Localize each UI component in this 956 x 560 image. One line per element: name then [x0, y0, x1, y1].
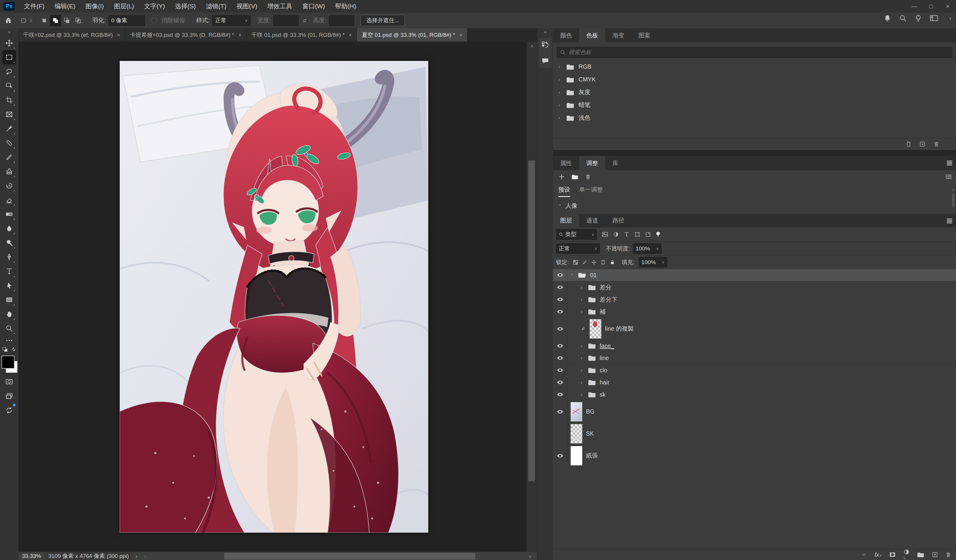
portrait-section-header[interactable]: › 人像 [553, 197, 956, 213]
scroll-up-icon[interactable]: ∧ [952, 188, 954, 192]
quick-mask-mode-button[interactable] [2, 374, 16, 389]
maximize-button[interactable]: □ [923, 0, 939, 13]
chevron-right-icon[interactable]: › [558, 115, 562, 121]
antialias-checkbox[interactable] [151, 18, 157, 23]
filter-pixel-layers-icon[interactable] [602, 231, 608, 238]
delete-swatch-icon[interactable] [934, 141, 939, 147]
visibility-eye-icon[interactable] [553, 294, 568, 305]
link-layers-icon[interactable] [860, 551, 868, 558]
menu-image[interactable]: 图像(I) [80, 0, 109, 13]
blur-tool[interactable] [2, 221, 16, 236]
history-brush-tool[interactable] [2, 179, 16, 193]
document-tab[interactable]: 卡提希娅+03.psd @ 33.3% (D, RGB/8#) *× [125, 28, 247, 42]
document-tab[interactable]: 千咲 01.psd @ 33.3% (01, RGB/8#) *× [247, 28, 357, 42]
blend-mode-select[interactable]: 正常∨ [556, 243, 600, 254]
layer-row-sk-group[interactable]: › sk [553, 389, 956, 401]
tab-patterns[interactable]: 图案 [631, 28, 657, 42]
edit-toolbar-ellipsis-icon[interactable] [2, 335, 16, 346]
menu-window[interactable]: 窗口(W) [297, 0, 330, 13]
notifications-bell-icon[interactable] [884, 14, 891, 22]
eraser-tool[interactable] [2, 193, 16, 207]
menu-select[interactable]: 选择(S) [170, 0, 201, 13]
layer-row-clo[interactable]: › clo [553, 364, 956, 376]
swatch-search-input[interactable] [568, 49, 949, 56]
chevron-right-icon[interactable]: › [558, 76, 562, 83]
close-button[interactable]: × [939, 0, 956, 13]
new-group-icon[interactable] [919, 141, 926, 147]
toolbar-collapse-icon[interactable]: » [8, 28, 10, 36]
tab-properties[interactable]: 属性 [553, 156, 579, 170]
layer-row-chafen[interactable]: › 差分 [553, 282, 956, 294]
type-tool[interactable] [2, 264, 16, 278]
default-colors-icon[interactable] [2, 346, 8, 352]
menu-plugins[interactable]: 增效工具 [262, 0, 297, 13]
tab-layers[interactable]: 图层 [553, 214, 579, 227]
layer-row-bu[interactable]: › 補 [553, 306, 956, 318]
screen-mode-button[interactable] [2, 389, 16, 403]
menu-file[interactable]: 文件(F) [19, 0, 50, 13]
chevron-right-icon[interactable]: › [580, 284, 584, 291]
document-tab-active[interactable]: 夏空 01.psd @ 33.3% (01, RGB/8#) *× [357, 28, 467, 42]
close-tab-icon[interactable]: × [459, 32, 462, 38]
chevron-down-icon[interactable]: › [569, 273, 575, 277]
tab-swatches[interactable]: 色板 [579, 28, 605, 42]
layer-row-paper[interactable]: 紙張 [553, 445, 956, 467]
swap-width-height-icon[interactable] [299, 14, 311, 27]
menu-edit[interactable]: 编辑(E) [50, 0, 80, 13]
rectangle-tool[interactable] [2, 293, 16, 307]
discover-lightbulb-icon[interactable] [914, 14, 922, 22]
fill-input[interactable]: 100%∨ [639, 257, 667, 267]
chevron-right-icon[interactable]: › [580, 367, 584, 373]
chevron-right-icon[interactable]: › [580, 343, 584, 349]
subtract-selection-mode-button[interactable] [61, 15, 72, 26]
swatch-group-cmyk[interactable]: › CMYK [553, 73, 956, 86]
lock-all-icon[interactable] [610, 260, 615, 265]
layer-thumbnail[interactable] [571, 424, 582, 444]
delete-layer-icon[interactable] [945, 551, 951, 558]
swatch-search[interactable] [557, 47, 953, 58]
canvas-vertical-scrollbar[interactable]: ∧ [526, 42, 537, 552]
filter-shape-layers-icon[interactable] [634, 231, 640, 238]
visibility-eye-icon[interactable] [553, 269, 568, 281]
object-selection-tool[interactable] [2, 79, 16, 93]
height-input[interactable] [329, 15, 354, 26]
filter-type-layers-icon[interactable] [624, 231, 630, 238]
visibility-eye-icon[interactable] [553, 401, 568, 422]
layer-thumbnail[interactable] [571, 446, 582, 466]
tab-libraries[interactable]: 库 [605, 156, 626, 170]
hand-tool[interactable] [2, 307, 16, 321]
layer-row-line-copy[interactable]: line 的複製 [553, 318, 956, 340]
visibility-eye-icon[interactable] [553, 376, 568, 388]
layer-row-chafenxia[interactable]: › 差分下 [553, 294, 956, 306]
visibility-eye-icon[interactable] [553, 318, 568, 340]
tab-gradients[interactable]: 渐变 [605, 28, 631, 42]
scroll-left-icon[interactable]: ‹ [144, 553, 146, 559]
lock-position-icon[interactable] [591, 260, 597, 265]
swatch-group-grayscale[interactable]: › 灰度 [553, 86, 956, 99]
chevron-right-icon[interactable]: › [558, 102, 562, 108]
layer-row-face[interactable]: › face_ [553, 340, 956, 352]
gradient-tool[interactable] [2, 207, 16, 221]
new-adjustment-layer-icon[interactable]: ∨ [903, 549, 910, 560]
rectangular-marquee-tool[interactable] [2, 50, 16, 64]
new-adjustment-group-icon[interactable] [571, 174, 579, 180]
swatch-group-light[interactable]: › 浅色 [553, 112, 956, 124]
zoom-tool[interactable] [2, 321, 16, 335]
panel-menu-icon[interactable] [947, 218, 953, 223]
crop-tool[interactable] [2, 93, 16, 107]
filter-type-select[interactable]: 类型 ∨ [556, 229, 597, 240]
subtab-single-adjustments[interactable]: 单一调整 [579, 186, 603, 197]
menu-layer[interactable]: 图层(L) [109, 0, 139, 13]
select-and-mask-button[interactable]: 选择并遮住... [360, 15, 405, 26]
layer-row-sk[interactable]: SK [553, 423, 956, 445]
close-tab-icon[interactable]: × [238, 32, 241, 38]
document-canvas-artwork[interactable] [120, 61, 428, 533]
comments-panel-icon[interactable] [541, 57, 549, 65]
menu-type[interactable]: 文字(Y) [139, 0, 170, 13]
swap-colors-icon[interactable] [11, 346, 17, 352]
filter-smart-objects-icon[interactable] [645, 231, 651, 238]
visibility-eye-icon[interactable] [553, 306, 568, 318]
frame-tool[interactable] [2, 107, 16, 121]
add-selection-mode-button[interactable] [50, 15, 61, 26]
tab-channels[interactable]: 通道 [579, 214, 605, 227]
